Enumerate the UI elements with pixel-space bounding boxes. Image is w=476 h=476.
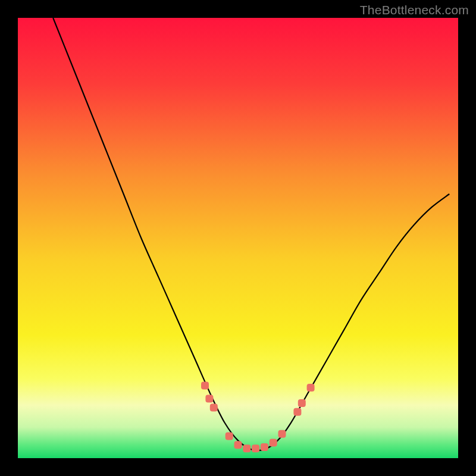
data-marker — [298, 399, 306, 407]
data-marker — [201, 381, 209, 389]
data-marker — [278, 430, 286, 438]
data-marker — [293, 408, 301, 416]
data-marker — [261, 443, 268, 451]
data-marker — [252, 444, 259, 452]
data-marker — [210, 403, 218, 411]
data-marker — [270, 439, 277, 447]
data-marker — [307, 384, 315, 392]
data-marker — [243, 444, 250, 452]
data-marker — [226, 433, 233, 440]
bottleneck-chart — [18, 18, 458, 458]
chart-frame — [18, 18, 458, 458]
watermark-text: TheBottleneck.com — [360, 3, 469, 17]
data-marker — [205, 395, 213, 403]
gradient-background — [18, 18, 458, 458]
data-marker — [234, 441, 242, 449]
